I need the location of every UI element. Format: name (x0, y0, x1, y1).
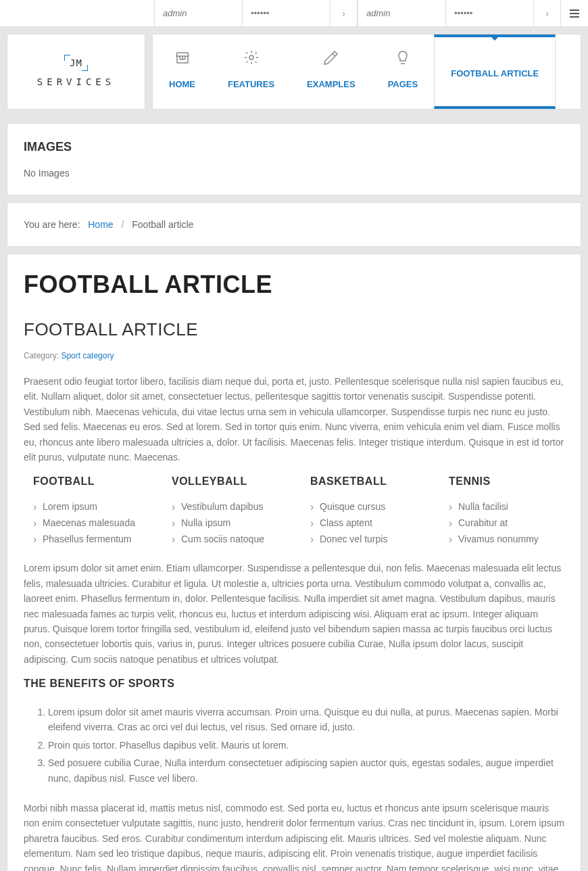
breadcrumb-panel: You are here: Home / Football article (7, 202, 581, 247)
pencil-icon (307, 48, 356, 67)
nav-examples[interactable]: EXAMPLES (291, 34, 372, 109)
hamburger-icon (568, 7, 581, 20)
logo-bottom: SERVICES (37, 76, 115, 87)
images-empty-text: No Images (24, 168, 564, 179)
list-item: Cum sociis natoque (162, 531, 287, 547)
category-link[interactable]: Sport category (61, 351, 114, 360)
page-title: FOOTBALL ARTICLE (24, 270, 564, 299)
bulb-icon (388, 48, 418, 67)
list-item: Sed posuere cubilia Curae, Nulla interdu… (48, 754, 564, 787)
article-title: FOOTBALL ARTICLE (24, 319, 564, 340)
login-form-2: › (358, 0, 561, 26)
nav-features[interactable]: FEATURES (212, 34, 291, 109)
password-input-1[interactable] (243, 0, 330, 26)
category-label: Category: (24, 351, 59, 360)
sport-list: Quisque cursus Class aptent Donec vel tu… (301, 498, 426, 547)
sport-col-football: FOOTBALL Lorem ipsum Maecenas malesuada … (24, 475, 149, 547)
list-item: Nulla facilisi (439, 498, 564, 515)
breadcrumb-home-link[interactable]: Home (88, 219, 113, 230)
breadcrumb-separator: / (121, 219, 124, 230)
nav-label: HOME (169, 79, 195, 89)
header-row: JM SERVICES HOME FEATURES EXAMPLES PAGES… (0, 27, 588, 116)
list-item: Phasellus fermentum (24, 531, 149, 547)
svg-point-0 (249, 55, 253, 60)
sport-heading: TENNIS (439, 475, 564, 488)
main-nav: HOME FEATURES EXAMPLES PAGES FOOTBALL AR… (152, 34, 581, 110)
sport-list: Lorem ipsum Maecenas malesuada Phasellus… (24, 498, 149, 547)
list-item: Vestibulum dapibus (162, 498, 287, 515)
list-item: Quisque cursus (301, 498, 426, 515)
sport-heading: BASKETBALL (301, 475, 426, 488)
outro-paragraph: Morbi nibh massa placerat id, mattis met… (24, 801, 564, 871)
sport-col-basketball: BASKETBALL Quisque cursus Class aptent D… (301, 475, 426, 547)
list-item: Proin quis tortor. Phasellus dapibus vel… (48, 736, 564, 754)
nav-pages[interactable]: PAGES (372, 34, 435, 109)
list-item: Lorem ipsum dolor sit amet mauris viverr… (48, 703, 564, 736)
gear-icon (228, 48, 274, 67)
password-input-2[interactable] (446, 0, 534, 26)
sport-list: Vestibulum dapibus Nulla ipsum Cum socii… (162, 498, 287, 547)
logo[interactable]: JM SERVICES (7, 34, 145, 110)
list-item: Donec vel turpis (301, 531, 426, 547)
sport-heading: FOOTBALL (24, 475, 149, 488)
intro-paragraph: Praesent odio feugiat tortor libero, fac… (24, 374, 564, 465)
sport-col-volleyball: VOLLEYBALL Vestibulum dapibus Nulla ipsu… (162, 475, 287, 547)
sport-list: Nulla facilisi Curabitur at Vivamus nonu… (439, 498, 564, 547)
list-item: Lorem ipsum (24, 498, 149, 515)
logo-top: JM (66, 56, 87, 70)
category-line: Category: Sport category (24, 351, 564, 360)
breadcrumb: You are here: Home / Football article (24, 219, 564, 230)
menu-toggle[interactable] (561, 0, 588, 26)
sport-heading: VOLLEYBALL (162, 475, 287, 488)
login-submit-2[interactable]: › (534, 0, 561, 26)
breadcrumb-current: Football article (132, 219, 193, 230)
mid-paragraph: Lorem ipsum dolor sit amet enim. Etiam u… (24, 561, 564, 667)
breadcrumb-prefix: You are here: (24, 219, 80, 230)
login-submit-1[interactable]: › (330, 0, 358, 26)
benefits-list: Lorem ipsum dolor sit amet mauris viverr… (24, 703, 564, 787)
nav-label: EXAMPLES (307, 79, 356, 89)
nav-label: FOOTBALL ARTICLE (451, 68, 539, 78)
images-panel: IMAGES No Images (7, 123, 581, 195)
images-title: IMAGES (24, 140, 564, 154)
nav-football-article[interactable]: FOOTBALL ARTICLE (434, 34, 556, 109)
list-item: Class aptent (301, 515, 426, 531)
topbar: › › (0, 0, 588, 27)
benefits-heading: THE BENEFITS OF SPORTS (24, 678, 564, 690)
store-icon (169, 48, 195, 67)
nav-label: PAGES (388, 79, 418, 89)
list-item: Vivamus nonummy (439, 531, 564, 547)
topbar-spacer (0, 0, 154, 26)
login-form-1: › (154, 0, 358, 26)
list-item: Maecenas malesuada (24, 515, 149, 531)
list-item: Curabitur at (439, 515, 564, 531)
nav-home[interactable]: HOME (153, 34, 212, 109)
article-panel: FOOTBALL ARTICLE FOOTBALL ARTICLE Catego… (7, 254, 581, 871)
nav-label: FEATURES (228, 79, 274, 89)
list-item: Nulla ipsum (162, 515, 287, 531)
username-input-2[interactable] (358, 0, 446, 26)
sport-col-tennis: TENNIS Nulla facilisi Curabitur at Vivam… (439, 475, 564, 547)
sports-grid: FOOTBALL Lorem ipsum Maecenas malesuada … (24, 475, 564, 547)
username-input-1[interactable] (155, 0, 243, 26)
